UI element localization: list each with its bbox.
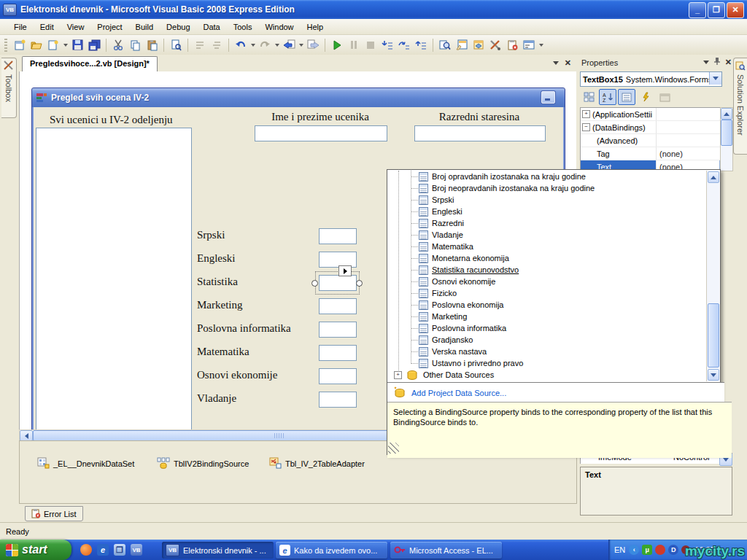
alphabetical-icon[interactable]: AZ (599, 89, 616, 105)
menu-view[interactable]: View (61, 20, 91, 34)
error-list-icon[interactable] (505, 38, 519, 52)
ie-icon[interactable]: e (97, 544, 109, 556)
scroll-up-button[interactable] (708, 171, 719, 183)
collapse-icon[interactable]: − (582, 123, 590, 131)
tray-collapse-icon[interactable]: ‹ (629, 545, 639, 555)
toolbox-icon[interactable] (488, 38, 503, 52)
minimize-button[interactable]: _ (689, 2, 706, 18)
taskbar-button-browser[interactable]: e Kako da izvedem ovo... (276, 542, 387, 559)
paste-icon[interactable] (144, 38, 159, 52)
start-debugging-icon[interactable] (330, 38, 344, 52)
component-dataset[interactable]: _EL__DnevnikDataSet (37, 457, 134, 470)
datasource-item[interactable]: Poslovna ekonomija (387, 299, 705, 311)
tray-icon-red[interactable] (655, 545, 665, 555)
close-button[interactable]: ✕ (727, 2, 744, 18)
vb-quicklaunch-icon[interactable]: VB (131, 544, 142, 556)
window-position-icon[interactable] (703, 61, 709, 64)
menu-project[interactable]: Project (90, 20, 128, 34)
find-icon[interactable] (169, 38, 183, 52)
other-data-sources-node[interactable]: + Other Data Sources (387, 369, 705, 381)
form-minimize-button[interactable] (541, 91, 555, 104)
copy-icon[interactable] (128, 38, 142, 52)
vertical-scroll-thumb[interactable] (708, 303, 719, 368)
language-indicator[interactable]: EN (614, 545, 625, 554)
save-all-icon[interactable] (87, 38, 101, 52)
sidebar-tab-solution-explorer[interactable]: Solution Explorer (733, 58, 747, 155)
datasource-item[interactable]: Broj opravdanih izostanaka na kraju godi… (387, 171, 705, 182)
categorized-icon[interactable] (580, 89, 597, 105)
add-item-icon[interactable] (46, 38, 61, 52)
cut-icon[interactable] (111, 38, 125, 52)
sidebar-tab-toolbox[interactable]: Toolbox (1, 58, 17, 118)
teacher-textbox[interactable] (414, 125, 546, 141)
dropdown-scrollbar[interactable] (706, 171, 719, 381)
menu-tools[interactable]: Tools (227, 20, 259, 34)
datasource-item[interactable]: Verska nastava (387, 346, 705, 357)
menu-edit[interactable]: Edit (34, 20, 61, 34)
error-list-tab[interactable]: Error List (25, 506, 83, 521)
solution-explorer-icon[interactable] (471, 38, 486, 52)
datasource-item[interactable]: Osnovi ekonomije (387, 276, 705, 287)
step-into-icon[interactable] (380, 38, 395, 52)
subject-textbox-matematika[interactable] (319, 345, 357, 361)
datasource-item[interactable]: Marketing (387, 311, 705, 322)
step-out-icon[interactable] (414, 38, 428, 52)
navigate-back-caret-icon[interactable] (299, 44, 303, 47)
datasource-item[interactable]: Monetarna ekonomija (387, 252, 705, 264)
component-bindingsource[interactable]: TblIV2BindingSource (157, 457, 249, 470)
datasource-item[interactable]: Vladanje (387, 229, 705, 241)
windows-app-icon[interactable]: ❐ (114, 544, 125, 556)
combo-dropdown-icon[interactable] (709, 72, 721, 85)
taskbar-button-access[interactable]: Microsoft Access - EL... (390, 542, 502, 559)
find-in-files-icon[interactable] (438, 38, 452, 52)
datasource-item[interactable]: Matematika (387, 241, 705, 252)
datasource-item[interactable]: Razredni (387, 217, 705, 229)
step-over-icon[interactable] (397, 38, 411, 52)
expand-icon[interactable]: + (394, 371, 402, 379)
property-row-databindings[interactable]: −(DataBindings) (581, 121, 732, 134)
immediate-window-icon[interactable] (522, 38, 536, 52)
close-panel-icon[interactable]: ✕ (725, 58, 732, 66)
subject-textbox-vladanje[interactable] (319, 392, 357, 408)
properties-view-icon[interactable] (618, 89, 635, 105)
taskbar-button-vb[interactable]: VB Elektronski dnevnik - ... (162, 542, 274, 559)
datasource-item[interactable]: Broj neopravdanih izostanaka na kraju go… (387, 182, 705, 194)
utorrent-icon[interactable]: μ (642, 545, 652, 555)
datasource-item[interactable]: Srpski (387, 194, 705, 206)
menu-file[interactable]: File (7, 20, 34, 34)
smart-tag-button[interactable] (338, 265, 352, 276)
datasource-item-selected[interactable]: Statistika racunovodstvo (387, 264, 705, 276)
datasource-item[interactable]: Gradjansko (387, 334, 705, 346)
menu-window[interactable]: Window (258, 20, 300, 34)
datasource-item[interactable]: Fizicko (387, 287, 705, 299)
vertical-scroll-thumb[interactable] (721, 120, 732, 146)
navigate-back-icon[interactable] (282, 38, 296, 52)
subject-textbox-poslovna-informatika[interactable] (319, 322, 357, 338)
pin-icon[interactable] (713, 57, 721, 67)
property-row-tag[interactable]: Tag (none) (581, 147, 732, 160)
property-row-applicationsettings[interactable]: +(ApplicationSettii (581, 108, 732, 121)
tray-icon-blue[interactable]: D (668, 545, 678, 555)
open-file-icon[interactable] (29, 38, 44, 52)
resize-grip[interactable] (388, 443, 399, 454)
scroll-up-button[interactable] (721, 108, 732, 120)
tab-list-dropdown-icon[interactable] (553, 61, 559, 65)
subject-textbox-marketing[interactable] (319, 298, 357, 314)
selection-handle-left[interactable] (311, 280, 318, 287)
restore-button[interactable]: ❐ (708, 2, 725, 18)
properties-window-icon[interactable] (454, 38, 469, 52)
menu-debug[interactable]: Debug (160, 20, 196, 34)
scroll-left-button[interactable] (20, 430, 33, 441)
datasource-item[interactable]: Engleski (387, 206, 705, 217)
datasource-item[interactable]: Poslovna informatika (387, 322, 705, 334)
undo-caret-icon[interactable] (251, 44, 255, 47)
navigate-forward-icon[interactable] (306, 38, 320, 52)
menu-build[interactable]: Build (129, 20, 160, 34)
add-item-caret-icon[interactable] (63, 44, 68, 47)
close-tab-icon[interactable]: ✕ (565, 59, 571, 66)
object-selector-combo[interactable]: TextBox15 System.Windows.Forms. (580, 71, 722, 87)
student-name-textbox[interactable] (255, 125, 387, 141)
menu-data[interactable]: Data (197, 20, 227, 34)
expand-icon[interactable]: + (582, 110, 590, 118)
property-row-advanced[interactable]: (Advanced) (581, 134, 732, 147)
